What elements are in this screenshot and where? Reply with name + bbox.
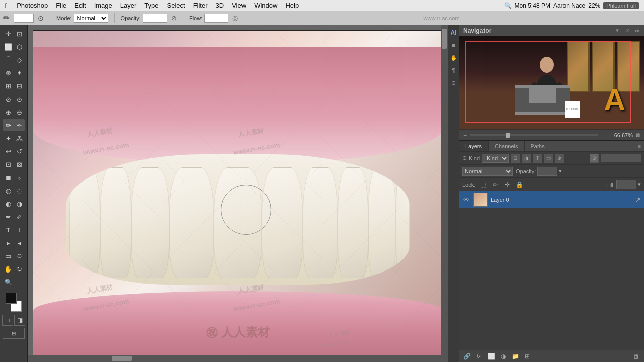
tool-pair-brush[interactable]: ✏ ✒ [3,119,25,131]
menu-select[interactable]: Select [163,1,189,10]
menu-image[interactable]: Image [90,1,116,10]
flow-input[interactable]: 70% [204,14,228,23]
brush-settings-icon[interactable]: ⊙ [38,14,44,22]
foreground-color-swatch[interactable] [6,293,17,304]
v-scroll-thumb[interactable] [442,29,447,49]
panel-strip-btn-2[interactable]: ✋ [449,52,459,63]
sharpen-tool[interactable]: ◌ [14,185,25,197]
artboard-tool[interactable]: ⊡ [14,28,25,40]
smoothing-icon[interactable]: ◎ [232,14,238,22]
add-mask-btn[interactable]: ⬜ [487,352,496,361]
art-history-tool[interactable]: ↺ [14,145,25,157]
pencil-tool[interactable]: ✒ [14,119,25,131]
crop-tool[interactable]: ⊞ [3,80,14,92]
tool-pair-eraser[interactable]: ⊡ ⊠ [3,158,25,170]
path-selection-tool[interactable]: ▸ [3,237,14,249]
clone-stamp-tool[interactable]: ✦ [3,132,14,144]
tool-pair-move-select[interactable]: ✛ ⊡ [3,28,25,40]
zoom-extra[interactable] [14,276,25,288]
menu-edit[interactable]: Edit [70,1,90,10]
pen-tool[interactable]: ✒ [3,211,14,223]
spot-heal-tool[interactable]: ⊕ [3,106,14,118]
tool-pair-lasso[interactable]: ⌒ ◇ [3,54,25,66]
eyedropper-tool[interactable]: ⊘ [3,93,14,105]
add-fx-btn[interactable]: fx [474,352,484,361]
history-brush-tool[interactable]: ↩ [3,145,14,157]
mode-select[interactable]: Normal Dissolve Multiply [74,14,108,23]
horizontal-type-tool[interactable]: T [3,224,14,236]
filter-smart-btn[interactable]: ⊕ [555,154,564,163]
tool-pair-blur[interactable]: ◍ ◌ [3,185,25,197]
menu-type[interactable]: Type [140,1,163,10]
zoom-expand-icon[interactable]: ⊠ [636,132,640,138]
tool-pair-shape[interactable]: ▭ ⬭ [3,250,25,262]
tool-pair-dodge[interactable]: ◐ ◑ [3,198,25,210]
bg-eraser-tool[interactable]: ⊠ [14,158,25,170]
gradient-tool[interactable]: ◼ [3,171,14,184]
tab-channels[interactable]: Channels [489,141,524,151]
table-row[interactable]: 👁 Layer 0 ↗ [459,191,644,208]
filter-adjustment-btn[interactable]: ◑ [522,154,531,163]
tool-pair-marquee[interactable]: ⬜ ⬡ [3,41,25,53]
rectangle-shape-tool[interactable]: ▭ [3,250,14,262]
zoom-slider[interactable] [470,134,598,136]
tab-paths[interactable]: Paths [525,141,551,151]
menu-layer[interactable]: Layer [116,1,141,10]
lock-position-btn[interactable]: ✛ [503,180,512,189]
tool-pair-clone[interactable]: ✦ ⁂ [3,132,25,144]
magic-wand-tool[interactable]: ✦ [14,67,25,79]
vertical-type-tool[interactable]: T [14,224,25,236]
eraser-tool[interactable]: ⊡ [3,158,14,170]
direct-selection-tool[interactable]: ◂ [14,237,25,249]
tool-pair-gradient[interactable]: ◼ ⬦ [3,171,25,184]
menu-window[interactable]: Window [250,1,281,10]
zoom-in-icon[interactable]: + [601,132,605,139]
tool-pair-zoom[interactable]: 🔍 [3,276,25,288]
rotate-view-tool[interactable]: ↻ [14,263,25,275]
vertical-scrollbar[interactable] [441,25,448,355]
zoom-slider-thumb[interactable] [506,133,510,138]
layers-panel-menu[interactable]: ≡ [638,143,641,149]
polygonal-lasso-tool[interactable]: ◇ [14,54,25,66]
link-layers-btn[interactable]: 🔗 [462,352,471,361]
tool-pair-crop[interactable]: ⊞ ⊟ [3,80,25,92]
filter-shape-btn[interactable]: ▭ [544,154,553,163]
tool-pair-hand-zoom[interactable]: ✋ ↻ [3,263,25,275]
menu-view[interactable]: View [228,1,250,10]
lock-all-btn[interactable]: 🔒 [515,180,524,189]
dodge-tool[interactable]: ◐ [3,198,14,210]
opacity-arrow[interactable]: ▾ [559,168,562,174]
paint-bucket-tool[interactable]: ⬦ [14,171,25,184]
add-adjustment-btn[interactable]: ◑ [499,352,508,361]
color-sampler-tool[interactable]: ⊙ [14,93,25,105]
zoom-tool[interactable]: 🔍 [3,276,14,288]
quickmask-mode-btn[interactable]: ◨ [14,315,25,326]
tool-pair-eyedrop[interactable]: ⊘ ⊙ [3,93,25,105]
horizontal-scrollbar[interactable] [28,355,448,362]
h-scroll-thumb[interactable] [112,356,132,361]
menu-help[interactable]: Help [281,1,303,10]
standard-mode-btn[interactable]: □ [2,315,13,326]
tool-pair-heal[interactable]: ⊕ ⊖ [3,106,25,118]
panel-strip-btn-3[interactable]: ¶ [449,65,459,76]
menu-photoshop[interactable]: Photoshop [13,1,52,10]
tool-pair-history[interactable]: ↩ ↺ [3,145,25,157]
filter-search[interactable] [601,154,641,162]
burn-tool[interactable]: ◑ [14,198,25,210]
elliptical-marquee-tool[interactable]: ⬡ [14,41,25,53]
brush-size-input[interactable]: 500 [14,14,34,23]
lasso-tool[interactable]: ⌒ [3,54,14,66]
navigator-expand-btn[interactable]: ▼ [615,28,620,33]
canvas-area[interactable]: 人人素材 www.rr-sc.com 人人素材 www.rr-sc.com 人人… [28,25,448,362]
ai-panel-icon[interactable]: Ai [449,27,459,38]
tool-pair-type[interactable]: T T [3,224,25,236]
move-tool[interactable]: ✛ [3,28,14,40]
airbrush-icon[interactable]: ⊘ [171,14,177,22]
panel-strip-btn-1[interactable]: ≡ [449,40,459,51]
zoom-out-icon[interactable]: − [463,132,467,139]
quick-select-tool[interactable]: ⊛ [3,67,14,79]
filter-pixel-btn[interactable]: ⊡ [511,154,520,163]
freeform-pen-tool[interactable]: ✐ [14,211,25,223]
group-layers-btn[interactable]: 📁 [511,352,520,361]
panel-strip-btn-4[interactable]: ⊙ [449,77,459,88]
